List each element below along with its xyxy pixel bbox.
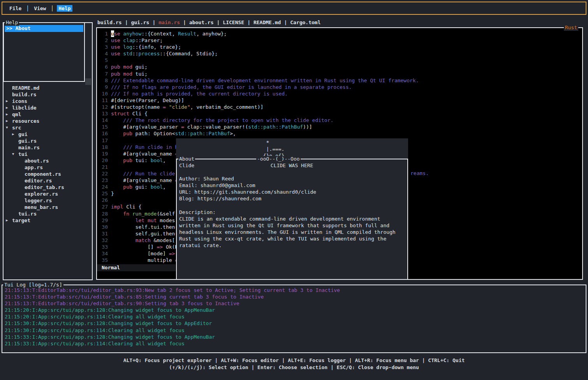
keybinding-hints-line1: ALT+Q: Focus project explorer | ALT+W: F… [0, 357, 588, 364]
tree-item-menu-bar-rs[interactable]: menu_bar.rs [4, 204, 92, 210]
chevron-collapsed-icon[interactable]: ▶ [12, 131, 18, 138]
code-line-9[interactable]: 9/// If no flags are provided, the GUI e… [99, 84, 582, 90]
code-line-16[interactable]: 16 pub path: Option<std::path::PathBuf>, [99, 130, 582, 137]
tree-item-editor-tab-rs[interactable]: editor_tab.rs [4, 184, 92, 191]
tree-item-build-rs[interactable]: build.rs [4, 91, 92, 98]
tab-main-rs[interactable]: main.rs [158, 19, 180, 25]
tree-item-logger-rs[interactable]: logger.rs [4, 197, 92, 204]
menu-item-view[interactable]: View [32, 5, 48, 12]
tree-item-editor-rs[interactable]: editor.rs [4, 177, 92, 184]
tree-item-target[interactable]: ▶target [4, 217, 92, 224]
line-number: 18 [99, 144, 108, 150]
line-number: 11 [99, 97, 108, 104]
code-token: #[arg(value_parser [111, 124, 181, 130]
code-line-2[interactable]: 2use clap::Parser; [99, 37, 582, 44]
editor-tab-bar: build.rs|gui.rs|main.rs|about.rs|LICENSE… [97, 19, 321, 26]
code-token: } [111, 190, 114, 197]
code-overflow-fragment: reams. [410, 170, 429, 176]
chevron-expanded-icon[interactable]: ▼ [12, 151, 18, 157]
code-token: std [123, 50, 132, 57]
menu-item-file[interactable]: File [8, 5, 23, 12]
code-line-7[interactable]: 7pub mod tui; [99, 71, 582, 77]
code-token: => [157, 244, 163, 250]
code-line-8[interactable]: 8/// Extendable command-line driven deve… [99, 77, 582, 84]
code-token: , [163, 184, 166, 190]
scrollbar-thumb[interactable] [85, 78, 91, 85]
code-line-12[interactable]: 12#[structopt(name = "clide", verbatim_d… [99, 104, 582, 110]
code-token: se [114, 30, 120, 37]
chevron-collapsed-icon[interactable]: ▶ [6, 118, 12, 124]
code-token [111, 170, 123, 177]
code-token: = [181, 124, 184, 130]
log-entry-info: 21:15:30:I:App:src/tui/app.rs:128:Changi… [5, 320, 586, 327]
code-line-11[interactable]: 11#[derive(Parser, Debug)] [99, 97, 582, 104]
chevron-collapsed-icon[interactable]: ▶ [6, 111, 12, 118]
code-line-5[interactable]: 5 [99, 57, 582, 64]
code-token: /// Run clide in h [123, 144, 178, 150]
code-token: [mode] [111, 250, 169, 257]
tui-log-panel[interactable]: Tui Log [log=1.7/s] 21:15:13:T:EditorTab… [2, 285, 586, 353]
help-option-about[interactable]: >> About [5, 25, 83, 32]
log-lines: 21:15:13:T:EditorTab:src/tui/editor_tab.… [2, 285, 586, 347]
tab-license[interactable]: LICENSE [223, 19, 244, 25]
code-token [111, 130, 123, 137]
tree-item-about-rs[interactable]: about.rs [4, 157, 92, 164]
code-token: run_mode [132, 210, 157, 217]
code-token [111, 217, 136, 224]
tree-item-gui-rs[interactable]: gui.rs [4, 138, 92, 144]
code-token: clap [123, 37, 135, 44]
tree-item-label: editor.rs [25, 177, 52, 184]
code-token: Result [178, 30, 196, 37]
code-line-3[interactable]: 3use log::{info, trace}; [99, 44, 582, 50]
tree-item-label: editor_tab.rs [25, 184, 64, 191]
tree-item-gui[interactable]: ▶gui [4, 131, 92, 138]
tab-gui-rs[interactable]: gui.rs [131, 19, 149, 25]
tree-item-explorer-rs[interactable]: explorer.rs [4, 191, 92, 197]
line-number: 27 [99, 203, 108, 210]
code-line-15[interactable]: 15 #[arg(value_parser = clap::value_pars… [99, 124, 582, 130]
tree-item-src[interactable]: ▼src [4, 124, 92, 131]
code-line-13[interactable]: 13struct Cli { [99, 110, 582, 117]
tab-build-rs[interactable]: build.rs [97, 19, 122, 25]
chevron-collapsed-icon[interactable]: ▶ [6, 104, 12, 111]
tree-item-label: tui [18, 151, 27, 157]
code-token: struct [111, 110, 129, 117]
tab-readme-md[interactable]: README.md [254, 19, 281, 25]
code-line-4[interactable]: 4use std::process::{Command, Stdio}; [99, 50, 582, 57]
chevron-collapsed-icon[interactable]: ▶ [6, 98, 12, 104]
tree-arrow-spacer [18, 184, 25, 191]
code-line-14[interactable]: 14 /// The root directory for the projec… [99, 117, 582, 124]
tree-item-readme-md[interactable]: README.md [4, 85, 92, 91]
line-number: 15 [99, 124, 108, 130]
tab-about-rs[interactable]: about.rs [189, 19, 214, 25]
code-token: use [111, 50, 120, 57]
tree-item-libclide[interactable]: ▶libclide [4, 104, 92, 111]
code-line-6[interactable]: 6pub mod gui; [99, 64, 582, 70]
tab-cargo-toml[interactable]: Cargo.toml [290, 19, 320, 25]
line-number: 16 [99, 130, 108, 137]
tree-item-label: logger.rs [25, 197, 52, 204]
log-entry-info: 21:15:20:I:App:src/tui/app.rs:114:Cleari… [5, 313, 586, 320]
tree-item-resources[interactable]: ▶resources [4, 118, 92, 124]
line-number: 25 [99, 190, 108, 197]
tree-item-tui-rs[interactable]: tui.rs [4, 210, 92, 217]
chevron-expanded-icon[interactable]: ▼ [6, 124, 12, 131]
tree-item-app-rs[interactable]: app.rs [4, 164, 92, 171]
menu-item-help[interactable]: Help [57, 5, 72, 12]
tree-item-icons[interactable]: ▶icons [4, 98, 92, 104]
tree-item-component-rs[interactable]: component.rs [4, 171, 92, 177]
line-number: 35 [99, 257, 108, 263]
chevron-collapsed-icon[interactable]: ▶ [6, 217, 12, 224]
code-token: = [163, 104, 166, 110]
line-number: 12 [99, 104, 108, 110]
tree-item-label: build.rs [12, 91, 37, 98]
tree-item-qml[interactable]: ▶qml [4, 111, 92, 118]
code-token: :: [132, 50, 139, 57]
line-number: 10 [99, 90, 108, 97]
tree-arrow-spacer [18, 204, 25, 210]
code-line-10[interactable]: 10/// If no path is provided, the curren… [99, 90, 582, 97]
code-token: clap::value_parser!( [184, 124, 248, 130]
tree-item-tui[interactable]: ▼tui [4, 151, 92, 157]
tree-item-main-rs[interactable]: main.rs [4, 144, 92, 151]
code-line-1[interactable]: 1use anyhow::{Context, Result, anyhow}; [99, 30, 582, 37]
